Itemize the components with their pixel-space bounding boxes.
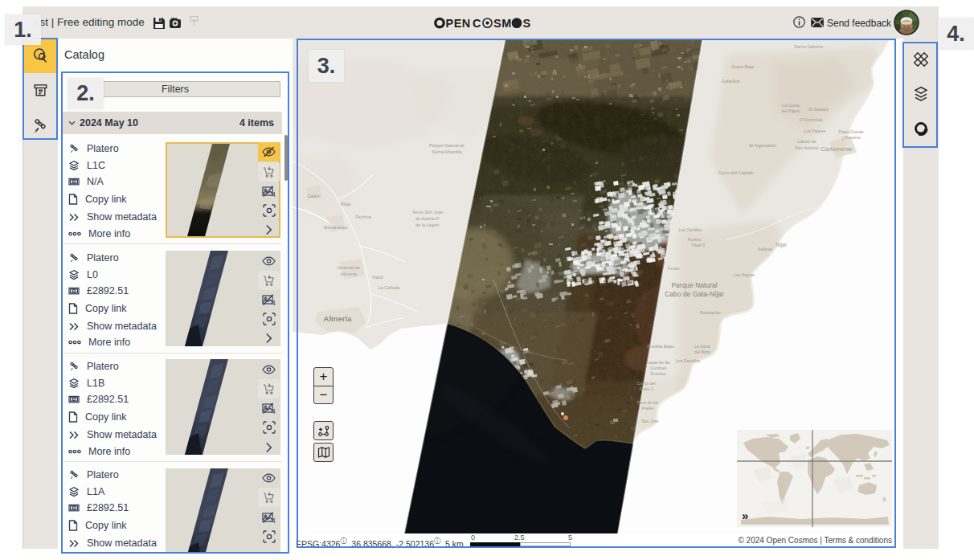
svg-text:PEN: PEN	[446, 17, 471, 30]
svg-text:C: C	[473, 17, 481, 30]
svg-text:SM: SM	[493, 17, 512, 30]
svg-text:S: S	[523, 17, 531, 30]
